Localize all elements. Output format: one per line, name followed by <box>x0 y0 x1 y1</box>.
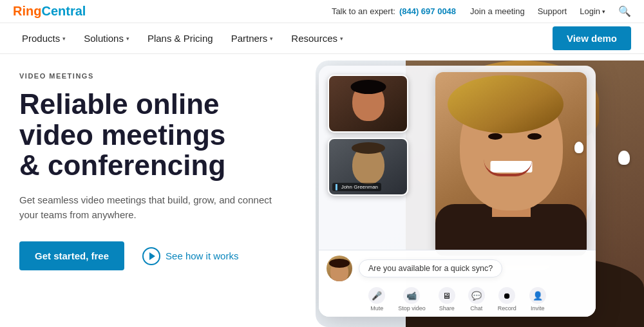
heading-line1: Reliable online <box>19 88 220 120</box>
video-tile-2: ▌ John Greenman <box>328 138 408 196</box>
support-link[interactable]: Support <box>538 6 567 16</box>
expert-text: Talk to an expert: <box>332 6 395 16</box>
hero-image-area: ▌ John Greenman <box>316 61 644 327</box>
nav-products[interactable]: Products ▾ <box>13 23 75 54</box>
invite-button[interactable]: 👤 Invite <box>529 287 546 312</box>
call-controls-bar: Are you available for a quick sync? 🎤 Mu… <box>319 250 596 317</box>
hero-content: VIDEO MEETINGS Reliable online video mee… <box>0 54 316 327</box>
nav-solutions[interactable]: Solutions ▾ <box>75 23 138 54</box>
speech-bubble: Are you available for a quick sync? <box>359 259 502 277</box>
partners-label: Partners <box>231 33 268 44</box>
nav-partners[interactable]: Partners ▾ <box>222 23 283 54</box>
controls-row: 🎤 Mute 📹 Stop video 🖥 Share 💬 Chat <box>319 284 596 317</box>
resources-label: Resources <box>291 33 337 44</box>
solutions-label: Solutions <box>84 33 124 44</box>
solutions-chevron-icon: ▾ <box>126 35 129 42</box>
mute-button[interactable]: 🎤 Mute <box>368 287 385 312</box>
logo-central: Central <box>41 4 86 18</box>
search-icon[interactable]: 🔍 <box>618 5 631 17</box>
see-how-label: See how it works <box>166 250 238 261</box>
participant-name-label: ▌ John Greenman <box>332 183 381 191</box>
see-how-link[interactable]: See how it works <box>142 247 238 265</box>
section-label: VIDEO MEETINGS <box>19 72 303 80</box>
phone-number[interactable]: (844) 697 0048 <box>399 6 456 16</box>
avatar-speech-row: Are you available for a quick sync? <box>319 250 596 284</box>
chat-button[interactable]: 💬 Chat <box>468 287 485 312</box>
heading-line3: & conferencing <box>19 149 225 181</box>
chevron-down-icon: ▾ <box>602 8 605 15</box>
heading-line2: video meetings <box>19 119 225 151</box>
login-label: Login <box>580 6 600 16</box>
video-call-ui: ▌ John Greenman <box>319 66 596 317</box>
record-button[interactable]: ⏺ Record <box>498 287 516 312</box>
video-tiles-container: ▌ John Greenman <box>328 75 408 196</box>
plans-pricing-label: Plans & Pricing <box>147 33 213 44</box>
main-video-area <box>435 72 587 256</box>
logo-ring: Ring <box>13 4 41 18</box>
avatar <box>327 256 352 281</box>
resources-chevron-icon: ▾ <box>340 35 343 42</box>
hero-heading: Reliable online video meetings & confere… <box>19 89 303 181</box>
video-tile-1 <box>328 75 408 133</box>
nav-resources[interactable]: Resources ▾ <box>282 23 352 54</box>
hero-subtext: Get seamless video meetings that build, … <box>19 192 277 223</box>
join-meeting-link[interactable]: Join a meeting <box>470 6 525 16</box>
play-button-icon <box>142 247 160 265</box>
stop-video-button[interactable]: 📹 Stop video <box>398 287 426 312</box>
partners-chevron-icon: ▾ <box>270 35 273 42</box>
products-label: Products <box>22 33 60 44</box>
hero-ctas: Get started, free See how it works <box>19 241 303 270</box>
get-started-button[interactable]: Get started, free <box>19 241 124 270</box>
products-chevron-icon: ▾ <box>62 35 66 42</box>
view-demo-button[interactable]: View demo <box>553 26 631 50</box>
share-button[interactable]: 🖥 Share <box>439 287 455 312</box>
login-button[interactable]: Login ▾ <box>580 6 605 16</box>
nav-plans-pricing[interactable]: Plans & Pricing <box>138 23 222 54</box>
logo[interactable]: RingCentral <box>13 4 86 19</box>
